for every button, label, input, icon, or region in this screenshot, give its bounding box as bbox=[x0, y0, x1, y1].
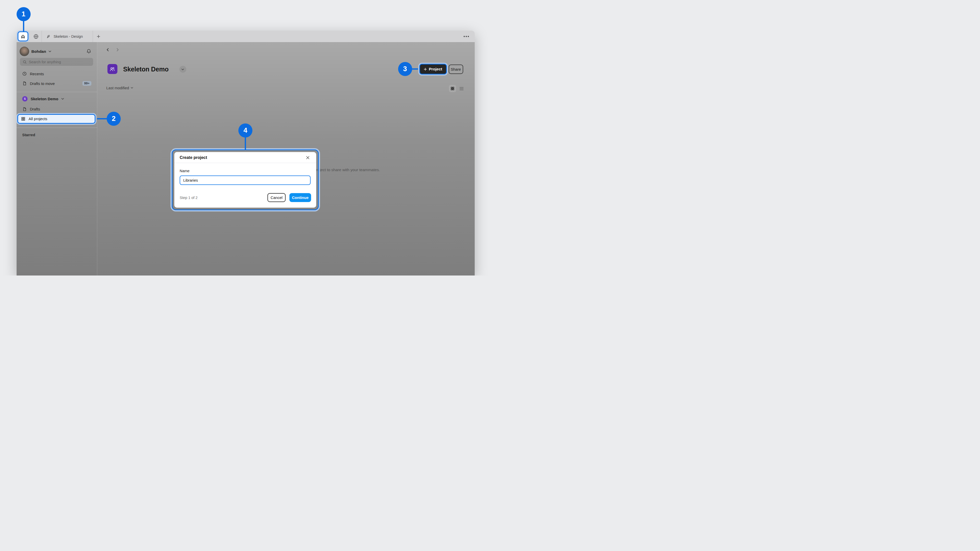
sort-label: Last modified bbox=[107, 86, 129, 90]
step-4-connector bbox=[245, 137, 246, 149]
pen-icon bbox=[46, 34, 51, 39]
bell-icon bbox=[86, 48, 92, 54]
sort-dropdown[interactable]: Last modified bbox=[107, 86, 133, 90]
notifications-button[interactable] bbox=[86, 48, 92, 54]
back-button[interactable] bbox=[106, 48, 110, 52]
step-indicator: Step 1 of 2 bbox=[180, 196, 197, 200]
chevron-down-icon bbox=[48, 51, 51, 52]
sidebar-item-label: Drafts bbox=[30, 107, 40, 111]
home-icon bbox=[21, 34, 25, 39]
share-label: Share bbox=[451, 67, 461, 71]
plus-icon bbox=[424, 68, 427, 71]
step-4-number: 4 bbox=[243, 127, 247, 135]
chevron-down-icon bbox=[61, 98, 64, 100]
search-icon bbox=[23, 60, 27, 64]
sidebar-divider bbox=[17, 127, 97, 128]
dialog-title: Create project bbox=[180, 156, 207, 160]
team-name: Skeleton Demo bbox=[30, 97, 58, 101]
close-icon bbox=[305, 156, 310, 160]
sidebar-item-all-projects[interactable]: All projects bbox=[18, 114, 95, 124]
cancel-label: Cancel bbox=[270, 195, 283, 200]
sidebar-item-recents[interactable]: Recents bbox=[20, 69, 94, 78]
step-2-badge: 2 bbox=[107, 112, 121, 126]
sidebar-item-drafts-to-move[interactable]: Drafts to move 99+ bbox=[20, 79, 94, 88]
project-name-input[interactable] bbox=[180, 176, 310, 185]
tab-label: Skeleton - Design bbox=[54, 35, 83, 38]
tab-skeleton-design[interactable]: Skeleton - Design bbox=[42, 30, 93, 42]
list-view-icon bbox=[460, 87, 464, 90]
team-menu-button[interactable] bbox=[180, 66, 186, 73]
plus-icon bbox=[96, 34, 101, 39]
continue-button[interactable]: Continue bbox=[290, 193, 311, 202]
step-1-number: 1 bbox=[21, 10, 25, 18]
globe-icon bbox=[33, 34, 39, 39]
team-switcher[interactable]: S Skeleton Demo bbox=[20, 94, 94, 103]
step-3-badge: 3 bbox=[398, 62, 412, 76]
new-tab-button[interactable] bbox=[93, 30, 104, 42]
page-background: Skeleton - Design bbox=[0, 0, 490, 275]
account-switcher[interactable]: Bohdan bbox=[20, 47, 51, 56]
sidebar-divider bbox=[17, 92, 97, 92]
starred-section-header: Starred bbox=[22, 133, 35, 137]
team-avatar: S bbox=[22, 96, 27, 102]
tab-bar: Skeleton - Design bbox=[17, 30, 475, 42]
dialog-divider bbox=[174, 163, 316, 163]
search-box[interactable] bbox=[20, 58, 93, 66]
forward-button[interactable] bbox=[115, 48, 120, 52]
search-input[interactable] bbox=[29, 60, 85, 64]
people-icon bbox=[109, 66, 115, 72]
cancel-button[interactable]: Cancel bbox=[267, 193, 286, 202]
file-icon bbox=[22, 107, 27, 111]
home-button[interactable] bbox=[18, 32, 28, 41]
count-badge: 99+ bbox=[83, 81, 91, 86]
list-view-toggle[interactable] bbox=[458, 85, 465, 92]
chevron-down-icon bbox=[130, 87, 133, 89]
sidebar-item-label: Drafts to move bbox=[30, 81, 55, 86]
sidebar-item-drafts[interactable]: Drafts bbox=[20, 105, 94, 114]
sidebar-item-label: Recents bbox=[30, 72, 44, 76]
page-title: Skeleton Demo bbox=[123, 65, 169, 73]
continue-label: Continue bbox=[292, 195, 309, 200]
ellipsis-icon bbox=[463, 35, 469, 38]
avatar bbox=[20, 47, 29, 56]
new-project-button[interactable]: Project bbox=[419, 64, 447, 75]
grid-icon bbox=[21, 117, 25, 121]
team-icon bbox=[107, 64, 118, 74]
step-2-connector bbox=[97, 118, 108, 119]
grid-view-icon bbox=[450, 86, 455, 91]
grid-view-toggle[interactable] bbox=[449, 85, 456, 92]
step-4-badge: 4 bbox=[239, 124, 252, 138]
file-icon bbox=[22, 81, 27, 86]
name-field-label: Name bbox=[180, 169, 189, 173]
step-1-badge: 1 bbox=[17, 7, 30, 21]
create-project-dialog: Create project Name Step 1 of 2 Cancel C… bbox=[174, 152, 316, 208]
sidebar-item-label: All projects bbox=[29, 117, 47, 121]
step-2-number: 2 bbox=[112, 115, 116, 123]
close-button[interactable] bbox=[305, 156, 310, 160]
share-button[interactable]: Share bbox=[449, 65, 463, 74]
sidebar: Bohdan bbox=[17, 42, 97, 275]
window-menu-button[interactable] bbox=[461, 30, 472, 42]
community-button[interactable] bbox=[30, 30, 41, 42]
new-project-label: Project bbox=[429, 67, 442, 71]
step-3-number: 3 bbox=[403, 65, 407, 73]
step-3-connector bbox=[411, 68, 418, 70]
step-1-connector bbox=[23, 21, 24, 32]
user-name: Bohdan bbox=[32, 49, 46, 54]
clock-icon bbox=[22, 71, 27, 76]
